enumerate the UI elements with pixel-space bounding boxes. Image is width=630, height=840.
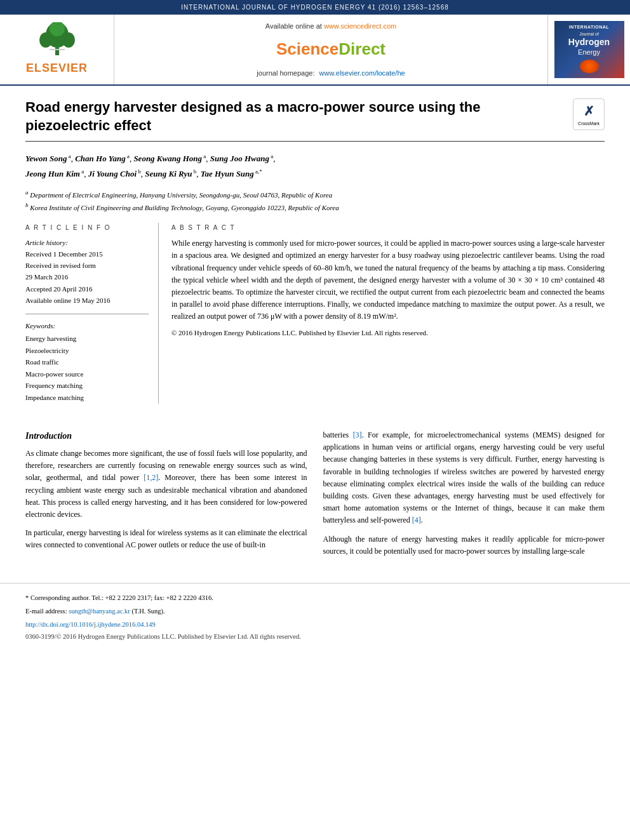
article-history: Article history: Received 1 December 201…	[25, 237, 149, 305]
doi-link[interactable]: http://dx.doi.org/10.1016/j.ijhydene.201…	[25, 620, 605, 630]
intro-para-3: batteries [3]. For example, for microele…	[323, 429, 605, 527]
keywords-section: Keywords: Energy harvesting Piezoelectri…	[25, 321, 149, 403]
affiliation-b-text: Korea Institute of Civil Engineering and…	[30, 204, 338, 211]
article-info-column: A R T I C L E I N F O Article history: R…	[25, 223, 159, 404]
svg-rect-0	[55, 48, 59, 55]
divider-1	[25, 314, 149, 314]
hydrogen-energy-logo: INTERNATIONAL Journal of Hydrogen Energy	[554, 21, 624, 78]
history-label: Article history:	[25, 237, 149, 248]
elsevier-logo-section: ELSEVIER	[0, 15, 114, 84]
author-3-sup: a	[202, 153, 206, 159]
author-2-sup: a	[126, 153, 130, 159]
affiliations-section: a Department of Electrical Engineering, …	[25, 188, 605, 214]
keyword-2: Piezoelectricity	[25, 345, 149, 356]
introduction-title: Introduction	[25, 429, 307, 443]
intro-para-1: As climate change becomes more significa…	[25, 448, 307, 521]
email-link[interactable]: sungth@hanyang.ac.kr	[69, 608, 130, 615]
author-3: Seong Kwang Hong	[133, 154, 202, 164]
available-online-date: Available online 19 May 2016	[25, 296, 149, 305]
ref-1-2[interactable]: [1,2]	[144, 473, 158, 482]
received-revised-date: 29 March 2016	[25, 272, 149, 282]
keyword-4: Macro-power source	[25, 369, 149, 380]
author-8-sup: a,*	[254, 168, 262, 175]
abstract-copyright: © 2016 Hydrogen Energy Publications LLC.…	[171, 328, 605, 338]
crossmark-icon: ✗	[584, 102, 594, 121]
corresponding-note-text: * Corresponding author. Tel.: +82 2 2220…	[25, 594, 213, 601]
authors-section: Yewon Song a, Chan Ho Yang a, Seong Kwan…	[25, 151, 605, 181]
journal-header: ELSEVIER Available online at www.science…	[0, 15, 630, 86]
keyword-6: Impedance matching	[25, 392, 149, 403]
received-date: Received 1 December 2015	[25, 250, 149, 259]
author-5-sup: a	[80, 168, 84, 175]
paper-title: Road energy harvester designed as a macr…	[25, 98, 563, 135]
affiliation-b: b Korea Institute of Civil Engineering a…	[25, 201, 605, 213]
email-footnote: E-mail address: sungth@hanyang.ac.kr (T.…	[25, 606, 605, 617]
author-7-sup: b	[192, 168, 197, 175]
main-body: Introduction As climate change becomes m…	[0, 417, 630, 577]
article-info-header: A R T I C L E I N F O	[25, 223, 149, 232]
journal-header-bar: INTERNATIONAL JOURNAL OF HYDROGEN ENERGY…	[0, 0, 630, 15]
journal-homepage-url[interactable]: www.elsevier.com/locate/he	[319, 69, 405, 77]
abstract-header: A B S T R A C T	[171, 223, 605, 232]
author-8: Tae Hyun Sung	[201, 169, 254, 178]
crossmark-section[interactable]: ✗ CrossMark	[573, 98, 605, 130]
paper-content: Road energy harvester designed as a macr…	[0, 86, 630, 417]
intro-left-col: Introduction As climate change becomes m…	[25, 429, 307, 564]
author-4: Sung Joo Hwang	[210, 154, 269, 164]
author-4-sup: a	[269, 153, 273, 159]
elsevier-wordmark: ELSEVIER	[26, 60, 88, 77]
author-2: Chan Ho Yang	[75, 154, 126, 164]
elsevier-logo: ELSEVIER	[26, 22, 88, 77]
journal-title-bar: INTERNATIONAL JOURNAL OF HYDROGEN ENERGY…	[181, 4, 449, 11]
page-footer: * Corresponding author. Tel.: +82 2 2220…	[0, 583, 630, 651]
author-6: Ji Young Choi	[88, 169, 137, 178]
svg-point-3	[62, 32, 75, 48]
keyword-5: Frequency matching	[25, 380, 149, 391]
keyword-3: Road traffic	[25, 357, 149, 368]
received-revised-label: Received in revised form	[25, 261, 149, 270]
journal-center-header: Available online at www.sciencedirect.co…	[114, 15, 547, 84]
author-1: Yewon Song	[25, 154, 67, 164]
journal-homepage-line: journal homepage: www.elsevier.com/locat…	[257, 68, 405, 79]
keyword-1: Energy harvesting	[25, 333, 149, 344]
abstract-column: A B S T R A C T While energy harvesting …	[171, 223, 605, 404]
intro-para-4: Although the nature of energy harvesting…	[323, 533, 605, 557]
keywords-label: Keywords:	[25, 321, 149, 331]
paper-title-section: Road energy harvester designed as a macr…	[25, 98, 605, 142]
abstract-text: While energy harvesting is commonly used…	[171, 237, 605, 323]
author-1-sup: a	[67, 153, 70, 159]
crossmark-box[interactable]: ✗ CrossMark	[573, 98, 605, 130]
sciencedirect-logo: ScienceDirect	[276, 37, 385, 62]
affiliation-a: a Department of Electrical Engineering, …	[25, 188, 605, 201]
crossmark-label: CrossMark	[578, 121, 600, 128]
he-logo-icon	[580, 60, 599, 73]
affiliation-a-text: Department of Electrical Engineering, Ha…	[30, 190, 332, 198]
available-online-text: Available online at www.sciencedirect.co…	[265, 21, 396, 32]
svg-point-2	[39, 32, 52, 48]
svg-rect-5	[50, 49, 65, 50]
accepted-date: Accepted 20 April 2016	[25, 284, 149, 294]
sciencedirect-direct: Direct	[338, 39, 385, 58]
article-info-abstract: A R T I C L E I N F O Article history: R…	[25, 223, 605, 404]
intro-right-col: batteries [3]. For example, for microele…	[323, 429, 605, 564]
intro-para-2: In particular, energy harvesting is idea…	[25, 527, 307, 551]
issn-line: 0360-3199/© 2016 Hydrogen Energy Publica…	[25, 632, 605, 642]
corresponding-author-note: * Corresponding author. Tel.: +82 2 2220…	[25, 593, 605, 604]
ref-3[interactable]: [3]	[353, 430, 362, 439]
elsevier-tree-icon	[32, 22, 83, 57]
author-6-sup: b	[137, 168, 141, 175]
sciencedirect-sci: Science	[276, 39, 338, 58]
email-author: (T.H. Sung).	[131, 608, 164, 615]
ref-4[interactable]: [4]	[412, 516, 421, 524]
author-7: Seung Ki Ryu	[145, 169, 192, 178]
introduction-two-col: Introduction As climate change becomes m…	[25, 429, 605, 564]
author-5: Jeong Hun Kim	[25, 169, 80, 178]
hydrogen-energy-logo-section: INTERNATIONAL Journal of Hydrogen Energy	[547, 15, 630, 84]
sciencedirect-url[interactable]: www.sciencedirect.com	[324, 22, 396, 30]
